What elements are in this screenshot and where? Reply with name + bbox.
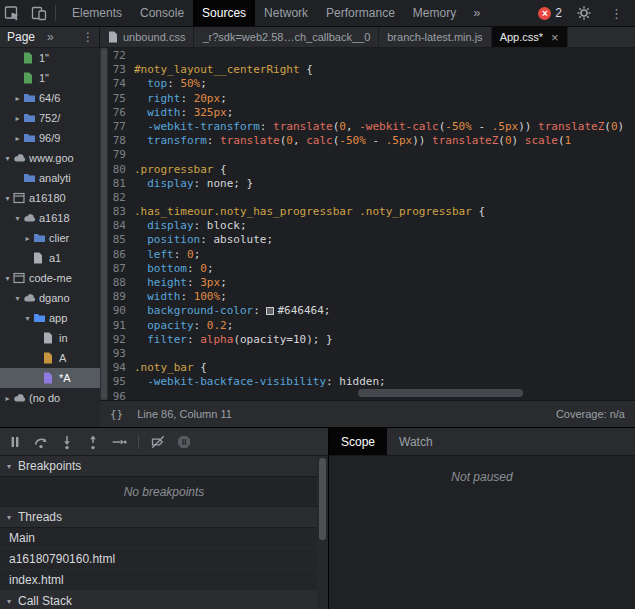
more-panels-icon[interactable]: » [465, 0, 488, 26]
folder-icon [23, 172, 38, 184]
error-icon: × [538, 7, 551, 20]
panel-tab-elements[interactable]: Elements [63, 0, 131, 26]
editor-tab[interactable]: unbound.css [100, 27, 194, 47]
device-toolbar-icon[interactable] [26, 0, 52, 27]
chevron-right-icon[interactable]: ▸ [12, 94, 23, 103]
panel-tab-console[interactable]: Console [131, 0, 193, 26]
pretty-print-button[interactable]: {} [110, 408, 123, 421]
debugger-toolbar [0, 428, 328, 456]
deactivate-breakpoints-icon[interactable] [146, 430, 170, 454]
line-number: 81 [108, 177, 134, 191]
chevron-down-icon: ▾ [0, 513, 18, 522]
tree-item[interactable]: ▾www.goo [0, 148, 100, 168]
tree-item[interactable]: *A [0, 368, 100, 388]
tree-item[interactable]: in [0, 328, 100, 348]
tree-item[interactable]: 1" [0, 68, 100, 88]
step-into-icon[interactable] [55, 430, 79, 454]
breakpoints-section-header[interactable]: ▾ Breakpoints [0, 456, 328, 477]
tree-item[interactable]: analyti [0, 168, 100, 188]
line-number: 90 [108, 304, 134, 318]
line-number: 89 [108, 290, 134, 304]
tree-item[interactable]: ▸clier [0, 228, 100, 248]
thread-row[interactable]: a16180790160.html [0, 549, 328, 570]
navigator-header: Page » ⋮ [0, 27, 100, 47]
navigator-scrollbar[interactable] [100, 48, 108, 400]
debugger-scrollbar[interactable] [317, 456, 328, 609]
chevron-down-icon[interactable]: ▾ [2, 274, 13, 283]
tab-watch[interactable]: Watch [387, 428, 445, 455]
line-number: 77 [108, 120, 134, 134]
error-badge[interactable]: × 2 [538, 6, 562, 20]
chevron-down-icon[interactable]: ▾ [12, 214, 23, 223]
editor-horizontal-scrollbar[interactable] [142, 389, 627, 398]
chevron-down-icon[interactable]: ▾ [12, 294, 23, 303]
tab-scope[interactable]: Scope [329, 428, 387, 455]
error-count: 2 [555, 6, 562, 20]
chevron-right-icon[interactable]: ▸ [12, 114, 23, 123]
editor-tab[interactable]: branch-latest.min.js [379, 27, 491, 47]
line-number: 73 [108, 63, 134, 77]
main-menu-icon[interactable]: ⋮ [606, 6, 627, 21]
tree-item-label: a1618 [39, 212, 70, 224]
code-line: 93 [108, 347, 635, 361]
panel-tab-memory[interactable]: Memory [404, 0, 465, 26]
pause-on-exceptions-icon[interactable] [172, 430, 196, 454]
line-number: 87 [108, 262, 134, 276]
settings-gear-icon[interactable] [571, 0, 597, 27]
chevron-down-icon[interactable]: ▾ [2, 194, 13, 203]
code-editor[interactable]: 7273#noty_layout__centerRight {74 top: 5… [108, 48, 635, 400]
coverage-status: Coverage: n/a [556, 408, 625, 420]
tree-item[interactable]: ▾dgano [0, 288, 100, 308]
inspect-element-icon[interactable] [0, 0, 26, 27]
code-text: transform: translate(0, calc(-50% - .5px… [134, 134, 635, 148]
chevron-right-icon[interactable]: ▸ [12, 134, 23, 143]
tab-page[interactable]: Page [0, 30, 35, 44]
code-lines: 7273#noty_layout__centerRight {74 top: 5… [108, 48, 635, 400]
step-over-icon[interactable] [29, 430, 53, 454]
navigator-menu-icon[interactable]: ⋮ [82, 30, 94, 44]
scrollbar-thumb[interactable] [101, 48, 107, 400]
tree-item[interactable]: ▾code-me [0, 268, 100, 288]
code-text: .has_timeour.noty_has_progressbar .noty_… [134, 205, 635, 219]
scrollbar-thumb[interactable] [358, 389, 523, 397]
editor-tab[interactable]: App.css*× [492, 27, 568, 47]
panel-tab-network[interactable]: Network [255, 0, 317, 26]
threads-section-header[interactable]: ▾ Threads [0, 507, 328, 528]
tree-item[interactable]: ▾a16180 [0, 188, 100, 208]
tree-item[interactable]: ▸(no do [0, 388, 100, 408]
thread-row[interactable]: Main [0, 528, 328, 549]
file-orange-icon [43, 352, 58, 364]
tree-item[interactable]: a1 [0, 248, 100, 268]
editor-tab-strip: unbound.css_r?sdk=web2.58…ch_callback__0… [100, 27, 635, 47]
cursor-position: Line 86, Column 11 [137, 408, 232, 420]
pause-icon[interactable] [3, 430, 27, 454]
code-text: width: 325px; [134, 106, 635, 120]
panel-tab-performance[interactable]: Performance [317, 0, 404, 26]
chevron-down-icon[interactable]: ▾ [22, 314, 33, 323]
chevron-right-icon[interactable]: ▸ [22, 234, 33, 243]
folder-icon [23, 112, 38, 124]
tree-item[interactable]: ▾app [0, 308, 100, 328]
tree-item[interactable]: ▸96/9 [0, 128, 100, 148]
more-navigator-tabs-icon[interactable]: » [47, 30, 54, 44]
color-swatch-icon[interactable] [266, 307, 274, 315]
tree-item[interactable]: ▾a1618 [0, 208, 100, 228]
close-tab-icon[interactable]: × [551, 30, 559, 45]
tree-item[interactable]: ▸64/6 [0, 88, 100, 108]
code-line: 74 top: 50%; [108, 77, 635, 91]
line-number: 86 [108, 248, 134, 262]
tree-item[interactable]: 1" [0, 48, 100, 68]
callstack-section-header[interactable]: ▾ Call Stack [0, 591, 328, 609]
tree-item[interactable]: A [0, 348, 100, 368]
editor-tab[interactable]: _r?sdk=web2.58…ch_callback__0 [194, 27, 379, 47]
step-out-icon[interactable] [81, 430, 105, 454]
scrollbar-thumb[interactable] [319, 458, 326, 540]
chevron-right-icon[interactable]: ▸ [2, 394, 13, 403]
tree-item-label: a1 [49, 252, 61, 264]
chevron-down-icon[interactable]: ▾ [2, 154, 13, 163]
debugger-area: ▾ Breakpoints No breakpoints ▾ Threads M… [0, 427, 635, 609]
step-icon[interactable] [107, 430, 131, 454]
thread-row[interactable]: index.html [0, 570, 328, 591]
panel-tab-sources[interactable]: Sources [193, 0, 255, 26]
tree-item[interactable]: ▸752/ [0, 108, 100, 128]
